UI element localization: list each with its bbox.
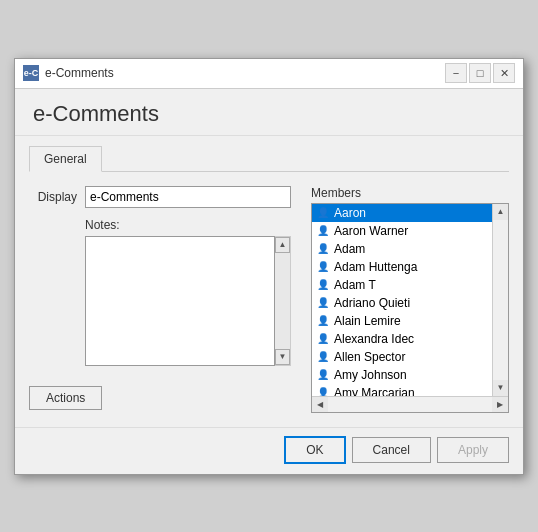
user-icon: 👤 xyxy=(316,278,330,292)
left-panel: Display Notes: ▲ ▼ xyxy=(29,186,291,413)
member-name: Amy Marcarian xyxy=(334,386,415,396)
member-name: Adriano Quieti xyxy=(334,296,410,310)
right-panel: Members 👤Aaron👤Aaron Warner👤Adam👤Adam Hu… xyxy=(311,186,509,413)
member-item[interactable]: 👤Alexandra Idec xyxy=(312,330,492,348)
member-item[interactable]: 👤Amy Marcarian xyxy=(312,384,492,396)
dialog-title: e-Comments xyxy=(33,101,159,126)
actions-button[interactable]: Actions xyxy=(29,386,102,410)
members-scroll-down[interactable]: ▼ xyxy=(493,380,508,396)
dialog-footer: OK Cancel Apply xyxy=(15,427,523,474)
title-bar-text: e-Comments xyxy=(45,66,445,80)
members-list: 👤Aaron👤Aaron Warner👤Adam👤Adam Huttenga👤A… xyxy=(312,204,508,396)
member-item[interactable]: 👤Amy Johnson xyxy=(312,366,492,384)
dialog-body: General Display Notes: ▲ xyxy=(15,136,523,427)
user-icon: 👤 xyxy=(316,332,330,346)
title-bar: e-C e-Comments − □ ✕ xyxy=(15,59,523,89)
close-button[interactable]: ✕ xyxy=(493,63,515,83)
notes-textarea[interactable] xyxy=(85,236,275,366)
members-hscroll: ◀ ▶ xyxy=(312,396,508,412)
dialog-icon: e-C xyxy=(23,65,39,81)
notes-scroll-down[interactable]: ▼ xyxy=(275,349,290,365)
members-scroll-up[interactable]: ▲ xyxy=(493,204,508,220)
tab-general[interactable]: General xyxy=(29,146,102,172)
user-icon: 👤 xyxy=(316,224,330,238)
display-row: Display xyxy=(29,186,291,208)
member-item[interactable]: 👤Adam Huttenga xyxy=(312,258,492,276)
members-items: 👤Aaron👤Aaron Warner👤Adam👤Adam Huttenga👤A… xyxy=(312,204,492,396)
user-icon: 👤 xyxy=(316,314,330,328)
user-icon: 👤 xyxy=(316,206,330,220)
minimize-button[interactable]: − xyxy=(445,63,467,83)
member-name: Aaron xyxy=(334,206,366,220)
user-icon: 👤 xyxy=(316,260,330,274)
member-item[interactable]: 👤Aaron xyxy=(312,204,492,222)
restore-button[interactable]: □ xyxy=(469,63,491,83)
user-icon: 👤 xyxy=(316,296,330,310)
members-vscroll: ▲ ▼ xyxy=(492,204,508,396)
notes-scroll-up[interactable]: ▲ xyxy=(275,237,290,253)
member-item[interactable]: 👤Adriano Quieti xyxy=(312,294,492,312)
display-label: Display xyxy=(29,190,77,204)
user-icon: 👤 xyxy=(316,386,330,396)
cancel-button[interactable]: Cancel xyxy=(352,437,431,463)
notes-wrapper: ▲ ▼ xyxy=(85,236,291,366)
member-name: Alexandra Idec xyxy=(334,332,414,346)
user-icon: 👤 xyxy=(316,242,330,256)
title-bar-buttons: − □ ✕ xyxy=(445,63,515,83)
tab-bar: General xyxy=(29,146,509,172)
member-item[interactable]: 👤Allen Spector xyxy=(312,348,492,366)
dialog-header: e-Comments xyxy=(15,89,523,136)
members-scroll-track xyxy=(493,220,508,380)
notes-label: Notes: xyxy=(85,218,291,232)
member-item[interactable]: 👤Adam xyxy=(312,240,492,258)
members-hscroll-right[interactable]: ▶ xyxy=(492,397,508,412)
member-item[interactable]: 👤Adam T xyxy=(312,276,492,294)
members-hscroll-left[interactable]: ◀ xyxy=(312,397,328,412)
form-area: Display Notes: ▲ ▼ xyxy=(29,186,509,413)
user-icon: 👤 xyxy=(316,368,330,382)
member-item[interactable]: 👤Alain Lemire xyxy=(312,312,492,330)
members-hscroll-track xyxy=(328,397,492,412)
member-name: Aaron Warner xyxy=(334,224,408,238)
member-item[interactable]: 👤Aaron Warner xyxy=(312,222,492,240)
user-icon: 👤 xyxy=(316,350,330,364)
notes-section: Notes: ▲ ▼ xyxy=(29,218,291,366)
member-name: Adam T xyxy=(334,278,376,292)
dialog-window: e-C e-Comments − □ ✕ e-Comments General … xyxy=(14,58,524,475)
member-name: Adam xyxy=(334,242,365,256)
apply-button[interactable]: Apply xyxy=(437,437,509,463)
member-name: Allen Spector xyxy=(334,350,405,364)
notes-scrollbar: ▲ ▼ xyxy=(275,236,291,366)
member-name: Alain Lemire xyxy=(334,314,401,328)
display-input[interactable] xyxy=(85,186,291,208)
members-label: Members xyxy=(311,186,509,200)
actions-row: Actions xyxy=(29,386,291,410)
members-section: Members 👤Aaron👤Aaron Warner👤Adam👤Adam Hu… xyxy=(311,186,509,413)
ok-button[interactable]: OK xyxy=(284,436,345,464)
members-list-wrapper: 👤Aaron👤Aaron Warner👤Adam👤Adam Huttenga👤A… xyxy=(311,203,509,413)
member-name: Amy Johnson xyxy=(334,368,407,382)
member-name: Adam Huttenga xyxy=(334,260,417,274)
